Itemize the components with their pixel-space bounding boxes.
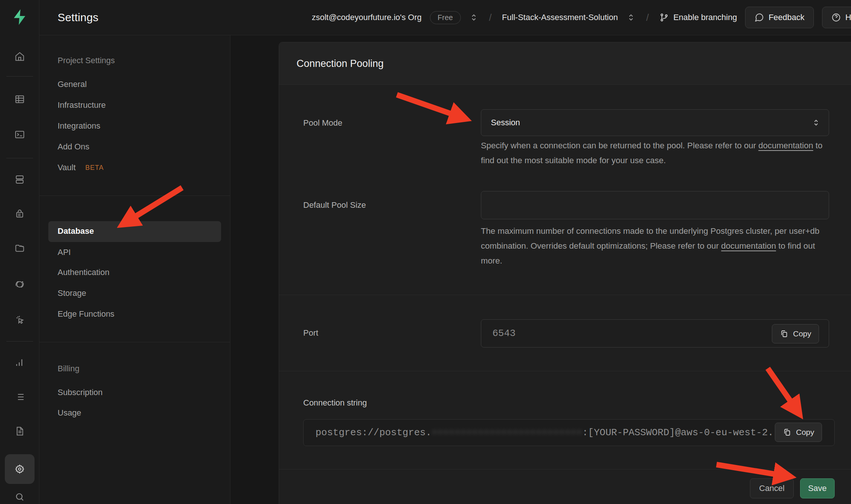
pool-mode-label: Pool Mode xyxy=(303,118,342,128)
table-editor-icon[interactable] xyxy=(14,94,25,104)
default-pool-size-input[interactable] xyxy=(481,191,829,219)
auth-icon[interactable] xyxy=(14,209,25,219)
conn-prefix: postgres://postgres. xyxy=(316,427,431,438)
enable-branching-button[interactable]: Enable branching xyxy=(659,13,737,22)
nav-divider xyxy=(39,196,230,196)
pool-mode-select[interactable]: Session xyxy=(481,109,829,136)
breadcrumb-separator: / xyxy=(487,12,494,23)
copy-label: Copy xyxy=(796,428,814,437)
org-name[interactable]: zsolt@codeyourfuture.io's Org xyxy=(312,13,422,22)
help-circle-icon xyxy=(831,13,841,22)
breadcrumb-separator: / xyxy=(644,12,651,23)
sidebar-item-integrations[interactable]: Integrations xyxy=(58,121,100,131)
select-chevrons-icon xyxy=(812,118,821,127)
settings-sidebar: Project Settings General Infrastructure … xyxy=(39,35,230,504)
sidebar-item-subscription[interactable]: Subscription xyxy=(58,388,103,397)
sidebar-item-authentication[interactable]: Authentication xyxy=(58,268,109,277)
feedback-button[interactable]: Feedback xyxy=(745,7,814,28)
edge-functions-icon[interactable] xyxy=(14,279,25,290)
cancel-button[interactable]: Cancel xyxy=(750,478,794,498)
page-title: Settings xyxy=(58,11,98,24)
sidebar-item-database[interactable]: Database xyxy=(58,226,94,236)
sidebar-item-api[interactable]: API xyxy=(58,248,71,257)
main-content: Connection Pooling Pool Mode Session Spe… xyxy=(231,36,851,504)
sidebar-item-storage[interactable]: Storage xyxy=(58,288,86,298)
port-copy-button[interactable]: Copy xyxy=(772,324,819,343)
sidebar-item-usage[interactable]: Usage xyxy=(58,408,81,418)
connection-string-value: postgres://postgres.••••••••••••••••••••… xyxy=(304,427,774,438)
conn-redacted-segment: •••••••••••••••••••••••••• xyxy=(431,427,582,438)
settings-icon[interactable] xyxy=(5,454,35,484)
rail-divider xyxy=(6,341,33,342)
documentation-link[interactable]: documentation xyxy=(721,241,776,251)
git-branch-icon xyxy=(659,13,669,22)
help-label: Help xyxy=(845,13,851,22)
connection-string-copy-button[interactable]: Copy xyxy=(775,423,822,442)
realtime-icon[interactable] xyxy=(14,314,25,325)
footer-divider xyxy=(279,469,851,469)
connection-string-input: postgres://postgres.••••••••••••••••••••… xyxy=(303,419,835,446)
copy-icon xyxy=(783,428,792,437)
default-pool-size-help: The maximum number of connections made t… xyxy=(481,224,828,268)
org-selector-chevrons-icon[interactable] xyxy=(469,13,479,22)
sidebar-item-vault[interactable]: Vault BETA xyxy=(58,163,104,172)
rail-divider xyxy=(6,76,33,77)
beta-badge: BETA xyxy=(85,164,104,172)
home-icon[interactable] xyxy=(14,51,25,62)
pool-mode-value: Session xyxy=(481,118,520,127)
database-icon[interactable] xyxy=(14,174,25,185)
port-label: Port xyxy=(303,328,318,338)
save-button[interactable]: Save xyxy=(800,478,835,498)
conn-suffix: :[YOUR-PASSWORD]@aws-0-eu-west-2. xyxy=(582,427,774,438)
port-value: 6543 xyxy=(481,328,515,339)
supabase-logo[interactable] xyxy=(11,8,29,26)
feedback-bubble-icon xyxy=(754,13,764,22)
sql-editor-icon[interactable] xyxy=(14,129,25,140)
card-header: Connection Pooling xyxy=(279,42,851,85)
storage-icon[interactable] xyxy=(14,243,25,253)
sidebar-item-infrastructure[interactable]: Infrastructure xyxy=(58,100,106,110)
default-pool-size-label: Default Pool Size xyxy=(303,200,366,210)
nav-section-heading: Billing xyxy=(58,364,80,374)
sidebar-item-general[interactable]: General xyxy=(58,80,87,89)
help-text-part: Specify when a connection can be returne… xyxy=(481,141,758,150)
sidebar-item-add-ons[interactable]: Add Ons xyxy=(58,142,90,152)
header-right-group: zsolt@codeyourfuture.io's Org Free / Ful… xyxy=(312,7,851,28)
section-divider xyxy=(279,295,851,295)
connection-pooling-card: Connection Pooling Pool Mode Session Spe… xyxy=(279,42,851,504)
documentation-link[interactable]: documentation xyxy=(758,141,813,150)
card-title: Connection Pooling xyxy=(297,58,384,70)
docs-icon[interactable] xyxy=(14,426,25,436)
copy-label: Copy xyxy=(793,329,811,338)
nav-section-heading: Project Settings xyxy=(58,56,115,65)
sidebar-item-edge-functions[interactable]: Edge Functions xyxy=(58,309,114,319)
reports-icon[interactable] xyxy=(14,357,25,368)
section-divider xyxy=(279,371,851,371)
project-name[interactable]: Full-Stack-Assessment-Solution xyxy=(502,13,618,22)
sidebar-item-label: Vault xyxy=(58,163,76,172)
top-header: Settings zsolt@codeyourfuture.io's Org F… xyxy=(39,0,851,35)
project-selector-chevrons-icon[interactable] xyxy=(626,13,636,22)
feedback-label: Feedback xyxy=(769,13,805,22)
pool-mode-help: Specify when a connection can be returne… xyxy=(481,138,832,168)
help-button[interactable]: Help xyxy=(822,7,851,28)
copy-icon xyxy=(780,329,789,338)
rail-divider xyxy=(6,158,33,158)
connection-string-label: Connection string xyxy=(303,398,367,408)
logs-icon[interactable] xyxy=(14,392,25,402)
nav-divider xyxy=(39,342,230,342)
icon-rail xyxy=(0,0,39,504)
search-icon[interactable] xyxy=(14,492,25,502)
enable-branching-label: Enable branching xyxy=(673,13,737,22)
plan-badge: Free xyxy=(430,11,461,24)
